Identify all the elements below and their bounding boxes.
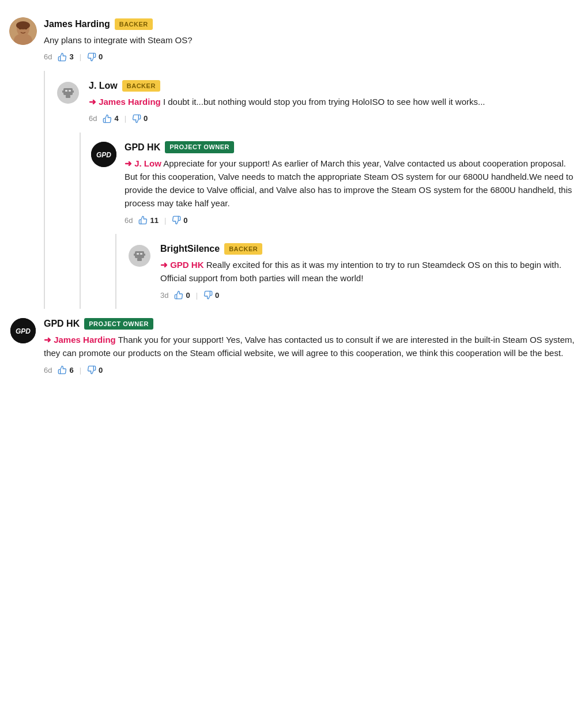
svg-rect-11 (62, 90, 63, 93)
svg-rect-20 (134, 254, 135, 256)
downvote-gpd-jlow[interactable]: 0 (172, 215, 187, 226)
comment-meta-james: 6d 3 | 0 (44, 51, 579, 63)
comment-header-brightsilence: BrightSilence BACKER (160, 242, 579, 256)
upvote-gpd-james[interactable]: 6 (58, 365, 73, 376)
comment-jlow: J. Low BACKER ➜ James Harding I doubt it… (45, 71, 579, 133)
mention-gpd-james[interactable]: ➜ James Harding (44, 335, 116, 345)
time-gpd-james: 6d (44, 365, 52, 376)
comment-text-brightsilence: ➜ GPD HK Really excited for this as it w… (160, 258, 579, 285)
downvote-count-gpd-jlow: 0 (183, 215, 187, 226)
comment-thread: James Harding BACKER Any plans to integr… (9, 9, 579, 384)
comment-body-gpd-james: GPD HK PROJECT OWNER ➜ James Harding Tha… (44, 317, 579, 376)
username-james: James Harding (44, 17, 110, 31)
comment-gpd-james: GPD GPD HK PROJECT OWNER ➜ James Harding… (9, 309, 579, 384)
nested-thread-gpd-jlow: GPD GPD HK PROJECT OWNER ➜ J. Low Apprec… (80, 133, 579, 309)
comment-body-jlow: J. Low BACKER ➜ James Harding I doubt it… (89, 79, 579, 124)
mention-brightsilence[interactable]: ➜ GPD HK (160, 260, 204, 270)
svg-rect-16 (135, 251, 144, 258)
svg-rect-10 (66, 95, 70, 98)
badge-james: BACKER (115, 18, 153, 31)
upvote-count-gpd-james: 6 (69, 365, 73, 376)
svg-rect-21 (144, 254, 145, 256)
svg-rect-9 (69, 90, 71, 92)
downvote-james[interactable]: 0 (87, 51, 103, 63)
comment-body-brightsilence: BrightSilence BACKER ➜ GPD HK Really exc… (160, 242, 579, 301)
mention-jlow[interactable]: ➜ James Harding (89, 97, 161, 107)
svg-rect-12 (73, 90, 74, 93)
downvote-count-gpd-james: 0 (99, 365, 103, 376)
comment-header-gpd-james: GPD HK PROJECT OWNER (44, 317, 579, 331)
comment-body-james: James Harding BACKER Any plans to integr… (44, 17, 579, 63)
mention-gpd-jlow[interactable]: ➜ J. Low (125, 158, 161, 168)
svg-rect-19 (137, 258, 142, 261)
downvote-jlow[interactable]: 0 (132, 113, 148, 124)
upvote-brightsilence[interactable]: 0 (174, 290, 190, 301)
upvote-count-brightsilence: 0 (186, 290, 190, 301)
comment-meta-brightsilence: 3d 0 | 0 (160, 290, 579, 301)
svg-text:GPD: GPD (96, 151, 111, 159)
comment-text-gpd-james: ➜ James Harding Thank you for your suppo… (44, 333, 579, 360)
upvote-count-jlow: 4 (114, 113, 118, 124)
svg-rect-17 (137, 253, 139, 255)
time-gpd-jlow: 6d (125, 215, 133, 226)
username-gpd-james: GPD HK (44, 317, 80, 331)
username-gpd-jlow: GPD HK (125, 141, 160, 154)
svg-rect-7 (63, 88, 73, 95)
avatar-gpd-james: GPD (9, 317, 37, 345)
comment-gpd-jlow: GPD GPD HK PROJECT OWNER ➜ J. Low Apprec… (81, 133, 579, 235)
svg-text:GPD: GPD (16, 327, 31, 335)
upvote-james[interactable]: 3 (58, 51, 73, 63)
comment-brightsilence: BrightSilence BACKER ➜ GPD HK Really exc… (116, 234, 579, 309)
svg-rect-8 (65, 90, 67, 92)
downvote-gpd-james[interactable]: 0 (87, 365, 103, 376)
avatar-jlow (54, 79, 82, 107)
downvote-count-james: 0 (99, 51, 103, 63)
comment-text-jlow: ➜ James Harding I doubt it...but nothing… (89, 95, 579, 108)
comment-text-james: Any plans to integrate with Steam OS? (44, 33, 579, 47)
username-jlow: J. Low (89, 79, 118, 93)
svg-point-5 (16, 21, 30, 29)
comment-header-james: James Harding BACKER (44, 17, 579, 31)
time-james: 6d (44, 51, 52, 63)
upvote-gpd-jlow[interactable]: 11 (138, 215, 158, 226)
downvote-count-brightsilence: 0 (215, 290, 219, 301)
comment-meta-jlow: 6d 4 | 0 (89, 113, 579, 124)
comment-header-gpd-jlow: GPD HK PROJECT OWNER (125, 141, 579, 154)
avatar-james (9, 17, 37, 45)
upvote-jlow[interactable]: 4 (103, 113, 118, 124)
upvote-count-gpd-jlow: 11 (150, 215, 158, 226)
comment-meta-gpd-jlow: 6d 11 | 0 (125, 215, 579, 226)
comment-james-main: James Harding BACKER Any plans to integr… (9, 9, 579, 71)
comment-text-gpd-jlow: ➜ J. Low Appreciate for your support! As… (125, 157, 579, 210)
svg-rect-18 (140, 253, 142, 255)
downvote-brightsilence[interactable]: 0 (203, 290, 219, 301)
badge-gpd-jlow: PROJECT OWNER (165, 141, 234, 153)
nested-thread-bright: BrightSilence BACKER ➜ GPD HK Really exc… (115, 234, 579, 309)
badge-jlow: BACKER (122, 80, 160, 92)
time-brightsilence: 3d (160, 290, 168, 301)
comment-meta-gpd-james: 6d 6 | 0 (44, 365, 579, 376)
downvote-count-jlow: 0 (144, 113, 148, 124)
badge-brightsilence: BACKER (224, 243, 262, 255)
comment-header-jlow: J. Low BACKER (89, 79, 579, 93)
comment-body-gpd-jlow: GPD HK PROJECT OWNER ➜ J. Low Appreciate… (125, 141, 579, 226)
username-brightsilence: BrightSilence (160, 242, 220, 256)
nested-thread-jlow: J. Low BACKER ➜ James Harding I doubt it… (44, 71, 579, 309)
time-jlow: 6d (89, 113, 97, 124)
avatar-gpd-jlow: GPD (90, 141, 118, 168)
upvote-count-james: 3 (69, 51, 73, 63)
badge-gpd-james: PROJECT OWNER (84, 318, 153, 330)
avatar-brightsilence (126, 242, 153, 270)
